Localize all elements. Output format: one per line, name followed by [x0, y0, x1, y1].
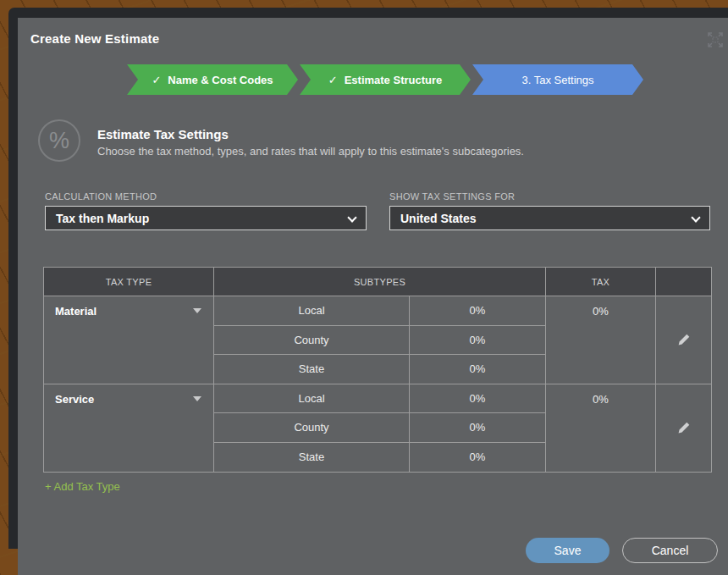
wizard-step-tax-settings[interactable]: 3. Tax Settings	[472, 64, 643, 95]
chevron-down-icon	[691, 213, 700, 222]
subtype-rate: 0%	[410, 443, 546, 473]
create-estimate-dialog: Create New Estimate ✓ Name & Cost Codes …	[18, 18, 728, 575]
edit-tax-type-button[interactable]	[656, 296, 711, 384]
section-subtitle: Choose the tax method, types, and rates …	[97, 145, 524, 158]
tax-total: 0%	[546, 384, 656, 473]
subtype-rate: 0%	[410, 384, 546, 414]
calculation-method-select[interactable]: Tax then Markup	[45, 206, 367, 230]
check-icon: ✓	[152, 74, 161, 86]
wizard-step-estimate-structure[interactable]: ✓ Estimate Structure	[300, 64, 471, 95]
header-subtypes: SUBTYPES	[214, 268, 546, 296]
subtype-name: State	[214, 443, 410, 473]
subtype-name: County	[214, 326, 410, 356]
header-tax: TAX	[546, 268, 656, 296]
tax-type-dropdown-service[interactable]: Service	[44, 384, 214, 473]
subtype-rate: 0%	[410, 326, 546, 356]
dialog-title: Create New Estimate	[30, 31, 159, 46]
tax-type-dropdown-material[interactable]: Material	[44, 296, 214, 384]
tax-type-value: Service	[55, 393, 94, 406]
wizard-step-label: 3. Tax Settings	[521, 74, 593, 86]
show-tax-settings-label: SHOW TAX SETTINGS FOR	[389, 191, 515, 202]
check-icon: ✓	[328, 74, 338, 86]
subtype-rate: 0%	[410, 296, 546, 326]
wizard-steps: ✓ Name & Cost Codes ✓ Estimate Structure…	[127, 64, 643, 95]
wizard-step-label: Name & Cost Codes	[168, 74, 273, 86]
percent-glyph: %	[49, 128, 69, 154]
subtype-rate: 0%	[410, 413, 546, 443]
subtype-name: County	[214, 413, 410, 443]
header-actions	[656, 268, 711, 296]
wizard-step-label: Estimate Structure	[345, 74, 443, 86]
show-tax-settings-value: United States	[400, 212, 476, 225]
tax-total: 0%	[546, 296, 656, 384]
subtype-name: State	[214, 355, 410, 384]
caret-down-icon	[193, 308, 201, 313]
cancel-button[interactable]: Cancel	[622, 538, 718, 563]
edit-tax-type-button[interactable]	[656, 384, 711, 473]
pencil-icon	[677, 333, 691, 346]
calculation-method-label: CALCULATION METHOD	[45, 191, 157, 202]
tax-type-value: Material	[55, 305, 97, 318]
subtype-name: Local	[214, 384, 410, 414]
subtype-name: Local	[214, 296, 410, 326]
add-tax-type-link[interactable]: + Add Tax Type	[45, 480, 120, 493]
calculation-method-value: Tax then Markup	[56, 212, 149, 225]
section-title: Estimate Tax Settings	[97, 127, 229, 141]
expand-icon[interactable]	[706, 30, 725, 49]
wizard-step-name-cost-codes[interactable]: ✓ Name & Cost Codes	[127, 64, 298, 95]
show-tax-settings-select[interactable]: United States	[389, 206, 710, 230]
percent-circle-icon: %	[38, 119, 80, 162]
pencil-icon	[677, 421, 691, 434]
chevron-down-icon	[347, 213, 356, 222]
header-tax-type: TAX TYPE	[44, 268, 214, 296]
save-button[interactable]: Save	[526, 538, 609, 563]
tax-settings-table: TAX TYPE SUBTYPES TAX Material Local 0% …	[43, 267, 712, 473]
subtype-rate: 0%	[410, 355, 546, 384]
caret-down-icon	[193, 396, 201, 401]
